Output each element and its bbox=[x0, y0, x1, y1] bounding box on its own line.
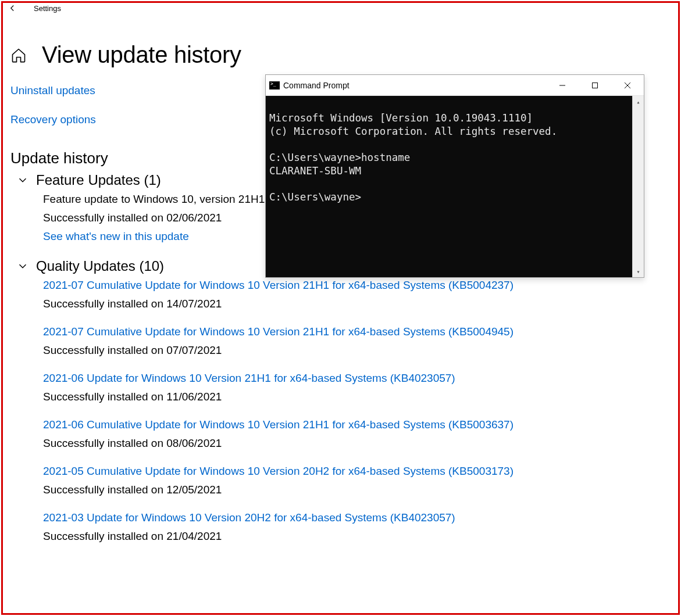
quality-update-item: 2021-07 Cumulative Update for Windows 10… bbox=[43, 325, 671, 357]
quality-updates-items: 2021-07 Cumulative Update for Windows 10… bbox=[43, 279, 671, 543]
maximize-button[interactable] bbox=[579, 75, 611, 96]
command-prompt-window[interactable]: Command Prompt Microsoft Windows [Versio… bbox=[265, 74, 644, 278]
window-title: Settings bbox=[34, 4, 61, 13]
page-header: View update history bbox=[10, 42, 671, 68]
settings-topbar: Settings bbox=[0, 0, 681, 16]
svg-rect-1 bbox=[593, 83, 598, 88]
quality-update-item: 2021-06 Update for Windows 10 Version 21… bbox=[43, 372, 671, 403]
quality-update-status: Successfully installed on 12/05/2021 bbox=[43, 484, 671, 496]
quality-update-status: Successfully installed on 11/06/2021 bbox=[43, 391, 671, 403]
quality-update-link[interactable]: 2021-07 Cumulative Update for Windows 10… bbox=[43, 279, 671, 292]
cmd-line: Microsoft Windows [Version 10.0.19043.11… bbox=[269, 112, 533, 124]
cmd-line: CLARANET-SBU-WM bbox=[269, 165, 361, 177]
cmd-body[interactable]: Microsoft Windows [Version 10.0.19043.11… bbox=[266, 96, 644, 277]
cmd-app-icon bbox=[269, 81, 280, 89]
quality-update-item: 2021-03 Update for Windows 10 Version 20… bbox=[43, 511, 671, 543]
scroll-up-icon[interactable]: ▴ bbox=[633, 96, 644, 108]
cmd-title: Command Prompt bbox=[283, 81, 350, 90]
feature-updates-label: Feature Updates (1) bbox=[36, 172, 161, 188]
quality-update-status: Successfully installed on 08/06/2021 bbox=[43, 437, 671, 450]
cmd-line: C:\Users\wayne>hostname bbox=[269, 152, 410, 163]
chevron-down-icon bbox=[16, 260, 29, 273]
quality-update-link[interactable]: 2021-07 Cumulative Update for Windows 10… bbox=[43, 325, 671, 338]
quality-update-link[interactable]: 2021-06 Cumulative Update for Windows 10… bbox=[43, 418, 671, 431]
quality-update-item: 2021-05 Cumulative Update for Windows 10… bbox=[43, 465, 671, 496]
quality-update-item: 2021-06 Cumulative Update for Windows 10… bbox=[43, 418, 671, 450]
quality-update-status: Successfully installed on 14/07/2021 bbox=[43, 298, 671, 310]
cmd-titlebar[interactable]: Command Prompt bbox=[266, 75, 644, 96]
quality-update-item: 2021-07 Cumulative Update for Windows 10… bbox=[43, 279, 671, 310]
minimize-button[interactable] bbox=[546, 75, 579, 96]
recovery-options-link[interactable]: Recovery options bbox=[10, 113, 96, 126]
quality-update-link[interactable]: 2021-06 Update for Windows 10 Version 21… bbox=[43, 372, 671, 385]
cmd-window-controls bbox=[546, 75, 644, 96]
cmd-line: C:\Users\wayne> bbox=[269, 191, 361, 203]
quality-update-status: Successfully installed on 21/04/2021 bbox=[43, 530, 671, 543]
cmd-line: (c) Microsoft Corporation. All rights re… bbox=[269, 126, 557, 137]
scroll-down-icon[interactable]: ▾ bbox=[633, 266, 644, 277]
quality-update-link[interactable]: 2021-05 Cumulative Update for Windows 10… bbox=[43, 465, 671, 478]
cmd-scrollbar[interactable]: ▴ ▾ bbox=[632, 96, 644, 277]
home-icon[interactable] bbox=[10, 47, 27, 63]
chevron-down-icon bbox=[16, 174, 29, 187]
page-title: View update history bbox=[42, 42, 241, 68]
close-button[interactable] bbox=[611, 75, 644, 96]
uninstall-updates-link[interactable]: Uninstall updates bbox=[10, 84, 95, 97]
back-arrow-icon[interactable] bbox=[7, 3, 17, 13]
quality-update-link[interactable]: 2021-03 Update for Windows 10 Version 20… bbox=[43, 511, 671, 524]
quality-update-status: Successfully installed on 07/07/2021 bbox=[43, 344, 671, 357]
quality-updates-label: Quality Updates (10) bbox=[36, 258, 164, 274]
